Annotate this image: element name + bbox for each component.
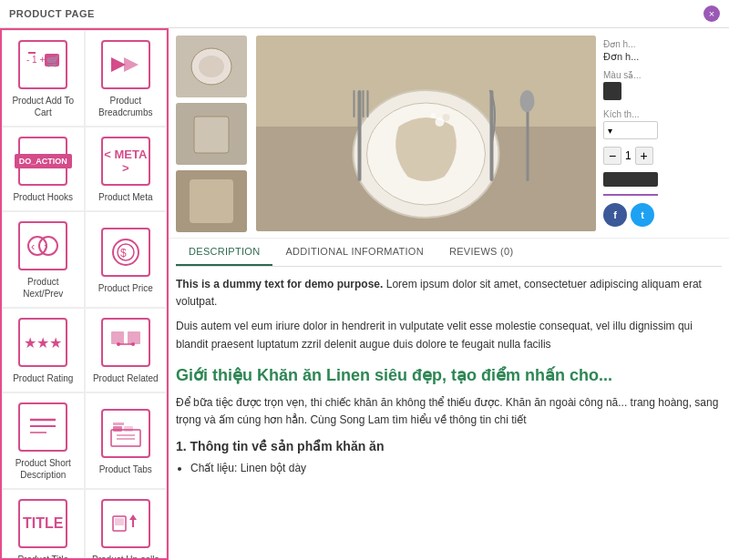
svg-text:$: $ [120,247,127,260]
widget-icon-related [101,318,150,367]
svg-rect-28 [115,518,124,525]
heading-1: Giới thiệu Khăn ăn Linen siêu đẹp, tạo đ… [176,362,722,389]
social-buttons: f t [603,203,722,227]
shipping-info-1: Đơn h... Đơn h... [603,39,722,63]
widget-icon-meta: < META > [101,137,150,186]
svg-rect-23 [124,426,133,432]
widget-icon-nav: ‹ › [18,221,67,270]
tab-reviews[interactable]: REVIEWS (0) [436,239,527,266]
svg-rect-21 [111,430,140,446]
widget-label-price: Product Price [98,282,153,294]
svg-point-54 [443,114,450,121]
add-to-cart-color-block [603,172,658,187]
widget-label-tabs: Product Tabs [99,463,152,475]
svg-text:-  1  +: - 1 + [26,55,45,65]
tab-content-description: This is a dummy text for demo purpose. L… [176,267,722,476]
bullet-list: Chất liệu: Linen bột dày [190,460,722,476]
svg-text:‹: ‹ [31,239,35,253]
widget-icon-breadcrumbs [101,40,150,89]
widget-label-short-desc: Product Short Description [7,457,79,481]
svg-point-16 [117,342,120,346]
page-title: PRODUCT PAGE [9,8,95,19]
svg-rect-13 [111,331,124,344]
sidebar-item-product-breadcrumbs[interactable]: Product Breadcrumbs [85,30,168,127]
widget-icon-hooks: DO_ACTION [18,137,67,186]
svg-marker-5 [124,57,139,72]
right-info-panel: Đơn h... Đơn h... Màu sắ... Kích th... ▾… [603,36,722,230]
widget-label-title: Product Title [17,554,68,560]
svg-point-53 [431,113,436,118]
sidebar-item-product-title[interactable]: TITLE Product Title [2,489,85,560]
sidebar-item-product-upsells[interactable]: Product Up-sells [85,489,168,560]
svg-rect-24 [113,423,124,425]
tabs-nav: DESCRIPTION ADDITIONAL INFORMATION REVIE… [176,239,722,267]
thumbnail-1[interactable] [176,36,247,97]
quantity-control: − 1 + [603,147,722,165]
svg-point-7 [39,237,57,255]
qty-increase-button[interactable]: + [635,147,653,165]
svg-rect-47 [363,90,364,117]
main-product-image: ☀ [256,36,596,231]
svg-rect-38 [194,117,229,153]
sidebar: - 1 + 🛒 Product Add To Cart Product Brea… [0,28,169,560]
sidebar-item-product-hooks[interactable]: DO_ACTION Product Hooks [2,127,85,211]
svg-rect-46 [354,90,355,117]
svg-text:›: › [44,239,47,253]
sidebar-item-product-next-prev[interactable]: ‹ › Product Next/Prev [2,211,85,308]
tab-description[interactable]: DESCRIPTION [176,239,272,266]
size-dropdown[interactable]: ▾ [603,121,658,139]
qty-decrease-button[interactable]: − [603,147,621,165]
widget-grid: - 1 + 🛒 Product Add To Cart Product Brea… [2,30,167,560]
svg-rect-22 [113,426,122,432]
close-button[interactable]: × [703,5,720,22]
intro-bold: This is a dummy text for demo purpose. [176,278,383,290]
svg-point-17 [131,342,135,346]
sidebar-item-product-rating[interactable]: ★★★ Product Rating [2,308,85,392]
widget-icon-title: TITLE [18,499,67,548]
color-selector: Màu sắ... [603,70,722,102]
thumbnail-3[interactable] [176,170,247,232]
sidebar-item-product-price[interactable]: $ Product Price [85,211,168,308]
main-layout: - 1 + 🛒 Product Add To Cart Product Brea… [0,28,729,560]
widget-icon-price: $ [101,228,150,277]
tab-additional-info[interactable]: ADDITIONAL INFORMATION [272,239,436,266]
sidebar-item-product-meta[interactable]: < META > Product Meta [85,127,168,211]
para-2: Duis autem vel eum iriure dolor in hendr… [176,318,722,352]
product-images-section: ☀ Đơn h... Đơn h... Màu sắ... Kích th...… [169,28,729,238]
heading-2: 1. Thông tin về sản phẩm khăn ăn [176,436,722,456]
svg-marker-30 [129,514,137,520]
bullet-item-1: Chất liệu: Linen bột dày [190,460,722,476]
widget-icon-short-desc [18,402,67,452]
widget-icon-tabs [101,409,150,458]
widget-label-rating: Product Rating [13,372,73,384]
sidebar-item-product-tabs[interactable]: Product Tabs [85,392,168,489]
svg-point-36 [199,56,224,77]
widget-label-upsells: Product Up-sells [92,554,159,560]
svg-marker-4 [111,57,126,72]
twitter-button[interactable]: t [631,203,654,227]
svg-rect-14 [128,331,140,344]
sidebar-item-product-add-to-cart[interactable]: - 1 + 🛒 Product Add To Cart [2,30,85,127]
widget-icon-upsells [101,499,150,548]
widget-label-hooks: Product Hooks [13,191,73,203]
qty-value: 1 [625,149,631,162]
widget-label-next-prev: Product Next/Prev [7,276,79,300]
widget-icon-rating: ★★★ [18,318,67,367]
sidebar-item-product-short-desc[interactable]: Product Short Description [2,392,85,489]
widget-label-breadcrumbs: Product Breadcrumbs [90,95,162,118]
svg-rect-50 [527,108,529,181]
top-bar: PRODUCT PAGE × [0,0,729,28]
widget-label-related: Product Related [93,372,159,384]
color-swatch-dark[interactable] [603,82,621,100]
widget-label-meta: Product Meta [98,191,152,203]
divider [603,194,658,196]
sidebar-item-product-related[interactable]: Product Related [85,308,168,392]
facebook-button[interactable]: f [603,203,627,227]
svg-rect-0 [28,52,36,54]
svg-point-51 [520,90,535,112]
tabs-section: DESCRIPTION ADDITIONAL INFORMATION REVIE… [169,238,729,476]
thumbnail-column [176,36,249,230]
svg-rect-45 [358,90,362,181]
size-selector: Kích th... ▾ [603,109,722,139]
thumbnail-2[interactable] [176,103,247,165]
